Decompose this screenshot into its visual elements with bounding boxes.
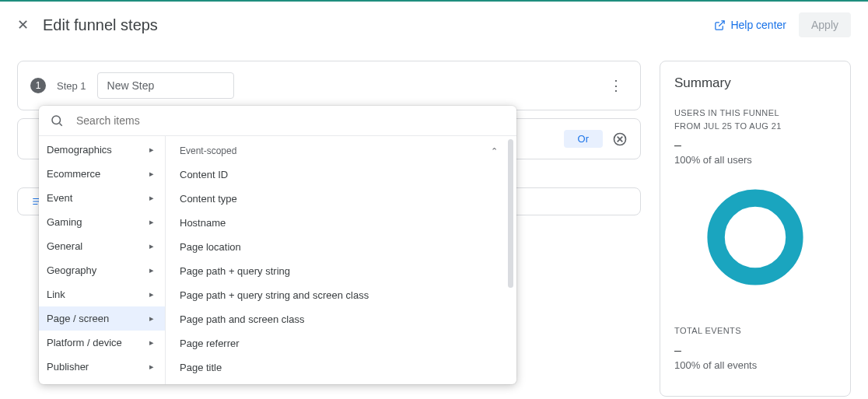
category-item[interactable]: Geography▸ xyxy=(39,258,165,282)
page-title: Edit funnel steps xyxy=(43,16,158,34)
dimension-item[interactable]: Content type xyxy=(166,187,516,211)
users-header: USERS IN THIS FUNNEL xyxy=(674,107,836,120)
step-kebab-menu[interactable]: ⋮ xyxy=(604,77,628,94)
dimension-item[interactable]: Page referrer xyxy=(166,331,516,355)
svg-point-9 xyxy=(716,198,795,277)
dimension-dropdown: Demographics▸Ecommerce▸Event▸Gaming▸Gene… xyxy=(39,106,516,384)
category-item[interactable]: Platform / device▸ xyxy=(39,331,165,355)
dimension-item[interactable]: Page title xyxy=(166,355,516,380)
chevron-right-icon: ▸ xyxy=(149,289,154,299)
svg-line-8 xyxy=(59,123,61,125)
category-label: Link xyxy=(47,289,65,300)
summary-title: Summary xyxy=(674,75,836,91)
scrollbar[interactable] xyxy=(508,139,513,288)
users-value: – xyxy=(674,138,836,152)
category-item[interactable]: Demographics▸ xyxy=(39,138,165,162)
chevron-right-icon: ▸ xyxy=(149,362,154,372)
category-column[interactable]: Demographics▸Ecommerce▸Event▸Gaming▸Gene… xyxy=(39,136,165,384)
content-area: 1 Step 1 ⋮ Or Demographics▸Ecommerce▸Eve… xyxy=(0,48,868,397)
category-label: Page / screen xyxy=(47,313,109,324)
donut-chart-wrapper xyxy=(674,177,836,310)
dimension-item[interactable]: Page path + query string xyxy=(166,259,516,283)
items-column[interactable]: Event-scoped ⌃ Content IDContent typeHos… xyxy=(165,136,516,384)
events-header: TOTAL EVENTS xyxy=(674,324,836,338)
search-input[interactable] xyxy=(75,114,506,128)
scope-label: Event-scoped xyxy=(180,145,236,156)
category-item[interactable]: General▸ xyxy=(39,234,165,258)
step-name-input[interactable] xyxy=(97,72,234,99)
topbar-left: ✕ Edit funnel steps xyxy=(17,16,158,34)
step-card: 1 Step 1 ⋮ xyxy=(17,61,641,110)
chevron-right-icon: ▸ xyxy=(149,169,154,179)
help-center-label: Help center xyxy=(730,19,786,31)
chevron-right-icon: ▸ xyxy=(149,217,154,227)
help-center-link[interactable]: Help center xyxy=(714,19,786,31)
dimension-item[interactable]: Page path and screen class xyxy=(166,307,516,331)
chevron-right-icon: ▸ xyxy=(149,145,154,155)
dropdown-body: Demographics▸Ecommerce▸Event▸Gaming▸Gene… xyxy=(39,135,516,384)
category-label: Gaming xyxy=(47,216,82,228)
scope-header[interactable]: Event-scoped ⌃ xyxy=(166,139,516,163)
remove-condition-icon[interactable] xyxy=(612,131,628,147)
topbar: ✕ Edit funnel steps Help center Apply xyxy=(0,2,868,48)
dimension-item[interactable]: Page path + query string and screen clas… xyxy=(166,283,516,307)
open-in-new-icon xyxy=(714,19,726,31)
dimension-item[interactable]: Page location xyxy=(166,235,516,259)
chevron-right-icon: ▸ xyxy=(149,338,154,348)
category-item[interactable]: Gaming▸ xyxy=(39,210,165,234)
category-label: Ecommerce xyxy=(47,168,100,180)
category-item[interactable]: Page / screen▸ xyxy=(39,306,165,331)
dimension-item[interactable]: Content ID xyxy=(166,163,516,187)
category-label: Platform / device xyxy=(47,337,122,348)
chevron-right-icon: ▸ xyxy=(149,265,154,275)
donut-chart xyxy=(701,183,810,292)
step-number-badge: 1 xyxy=(30,78,46,93)
date-range: FROM JUL 25 TO AUG 21 xyxy=(674,120,836,133)
or-button[interactable]: Or xyxy=(564,130,603,148)
category-item[interactable]: Link▸ xyxy=(39,282,165,306)
topbar-right: Help center Apply xyxy=(714,12,851,37)
events-pct: 100% of all events xyxy=(674,359,836,371)
summary-column: Summary USERS IN THIS FUNNEL FROM JUL 25… xyxy=(660,61,851,397)
apply-button[interactable]: Apply xyxy=(799,12,851,37)
condition-actions: Or xyxy=(564,130,628,148)
category-item[interactable]: Event▸ xyxy=(39,186,165,210)
category-item[interactable]: Ecommerce▸ xyxy=(39,162,165,186)
dropdown-search-row xyxy=(39,106,516,135)
events-value: – xyxy=(674,344,836,358)
category-item[interactable]: Publisher▸ xyxy=(39,355,165,379)
svg-point-7 xyxy=(52,116,61,124)
users-pct: 100% of all users xyxy=(674,154,836,166)
close-icon[interactable]: ✕ xyxy=(17,16,29,33)
category-label: General xyxy=(47,240,82,252)
category-label: Geography xyxy=(47,264,96,276)
chevron-right-icon: ▸ xyxy=(149,193,154,203)
dimension-item[interactable]: Hostname xyxy=(166,211,516,235)
category-item[interactable]: Session▸ xyxy=(39,379,165,384)
svg-line-0 xyxy=(719,20,725,26)
main-column: 1 Step 1 ⋮ Or Demographics▸Ecommerce▸Eve… xyxy=(17,61,641,397)
search-icon xyxy=(50,114,64,128)
category-label: Event xyxy=(47,192,72,204)
category-label: Publisher xyxy=(47,361,89,373)
chevron-up-icon: ⌃ xyxy=(491,146,498,156)
summary-card: Summary USERS IN THIS FUNNEL FROM JUL 25… xyxy=(660,61,851,397)
chevron-right-icon: ▸ xyxy=(149,313,154,324)
category-label: Demographics xyxy=(47,144,112,156)
step-label: Step 1 xyxy=(57,80,86,92)
chevron-right-icon: ▸ xyxy=(149,241,154,251)
